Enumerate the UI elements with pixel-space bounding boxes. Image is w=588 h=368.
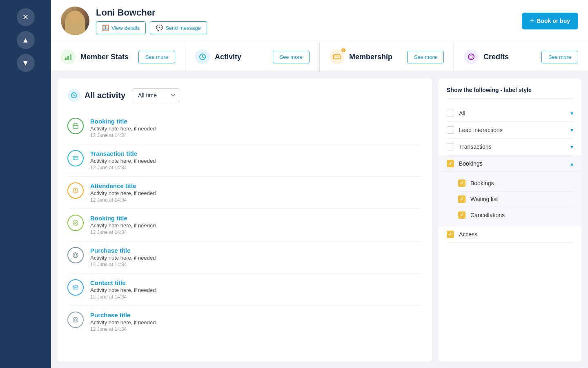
svg-point-5 — [468, 54, 474, 60]
filter-item-bookings[interactable]: Bookings ▴ — [439, 155, 581, 172]
filter-item-lead-interactions[interactable]: Lead interactions ▾ — [447, 122, 573, 139]
checkbox-bookings[interactable] — [447, 160, 454, 167]
svg-rect-14 — [73, 286, 78, 289]
content-area: All activity All time This week This mon… — [51, 72, 588, 368]
avatar — [61, 7, 89, 35]
activity-item: Booking title Activity note here, if nee… — [67, 112, 422, 144]
user-info: Loni Bowcher 🪟 View details 💬 Send messa… — [96, 7, 207, 34]
checkbox-cancellations[interactable] — [458, 211, 466, 219]
chevron-down-icon: ▾ — [570, 127, 573, 133]
send-message-icon: 💬 — [156, 25, 163, 31]
svg-rect-8 — [73, 124, 78, 128]
credits-see-more-button[interactable]: See more — [541, 51, 578, 63]
chevron-down-icon: ▼ — [22, 59, 29, 67]
activity-item: Booking title Activity note here, if nee… — [67, 209, 422, 241]
tab-membership-left: 0 Membership — [330, 49, 392, 64]
svg-rect-1 — [67, 56, 69, 60]
purchase-icon — [67, 247, 84, 263]
activity-see-more-button[interactable]: See more — [273, 51, 310, 63]
scroll-up-button[interactable]: ▲ — [17, 31, 35, 49]
transaction-icon — [67, 150, 84, 166]
credits-icon — [464, 49, 479, 64]
close-icon: ✕ — [22, 13, 29, 22]
checkbox-transactions[interactable] — [447, 143, 454, 150]
filter-sub-item-bookings[interactable]: Bookings — [458, 175, 573, 191]
user-name: Loni Bowcher — [96, 7, 207, 18]
checkbox-access[interactable] — [447, 231, 454, 238]
activity-text: Booking title Activity note here, if nee… — [90, 215, 156, 235]
activity-item: Transaction title Activity note here, if… — [67, 144, 422, 177]
checkbox-bookings-sub[interactable] — [458, 180, 466, 187]
avatar-image — [61, 7, 89, 35]
checkbox-all[interactable] — [447, 110, 454, 117]
activity-item: Contact title Activity note here, if nee… — [67, 274, 422, 306]
book-or-buy-button[interactable]: + Book or buy — [522, 13, 578, 29]
activity-text: Transaction title Activity note here, if… — [90, 150, 156, 171]
svg-rect-4 — [334, 55, 340, 59]
tab-credits-left: Credits — [464, 49, 509, 64]
view-details-button[interactable]: 🪟 View details — [96, 21, 146, 34]
filter-panel-title: Show the following - label style — [447, 87, 573, 99]
filter-sub-item-cancellations[interactable]: Cancellations — [458, 207, 573, 223]
filter-item-access[interactable]: Access — [447, 226, 573, 243]
plus-icon: + — [530, 17, 535, 25]
activity-item: Attendance title Activity note here, if … — [67, 177, 422, 209]
tab-activity-left: Activity — [195, 49, 241, 64]
svg-rect-2 — [70, 54, 71, 60]
activity-list: Booking title Activity note here, if nee… — [67, 112, 422, 338]
chevron-up-icon: ▴ — [570, 160, 573, 167]
membership-badge: 0 — [341, 48, 346, 53]
tab-credits[interactable]: Credits See more — [454, 42, 588, 72]
activity-header: All activity All time This week This mon… — [67, 88, 422, 102]
scroll-down-button[interactable]: ▼ — [17, 54, 35, 72]
membership-icon: 0 — [330, 49, 344, 64]
chevron-down-icon: ▾ — [570, 110, 573, 117]
clock-icon — [195, 49, 210, 64]
activity-panel: All activity All time This week This mon… — [58, 79, 432, 361]
tab-member-stats-left: Member Stats — [61, 49, 129, 64]
svg-rect-0 — [65, 58, 67, 60]
activity-text: Purchase title Activity note here, if ne… — [90, 312, 156, 332]
filter-item-all[interactable]: All ▾ — [447, 105, 573, 122]
header: Loni Bowcher 🪟 View details 💬 Send messa… — [51, 0, 588, 42]
activity-text: Purchase title Activity note here, if ne… — [90, 247, 156, 267]
close-button[interactable]: ✕ — [17, 8, 35, 26]
membership-see-more-button[interactable]: See more — [407, 51, 444, 63]
filter-item-transactions[interactable]: Transactions ▾ — [447, 139, 573, 155]
filter-sub-item-waiting-list[interactable]: Waiting list — [458, 191, 573, 207]
svg-point-6 — [470, 55, 473, 58]
attendance-icon — [67, 182, 84, 199]
activity-clock-icon — [67, 89, 80, 102]
activity-item: Purchase title Activity note here, if ne… — [67, 241, 422, 274]
header-left: Loni Bowcher 🪟 View details 💬 Send messa… — [61, 7, 207, 35]
checkbox-waiting-list[interactable] — [458, 195, 466, 203]
bar-chart-icon — [61, 49, 76, 64]
time-filter-select[interactable]: All time This week This month Last month… — [132, 88, 180, 102]
purchase2-icon — [67, 312, 84, 328]
activity-title: All activity — [67, 89, 125, 102]
tab-member-stats[interactable]: Member Stats See more — [51, 42, 185, 72]
svg-rect-10 — [74, 159, 75, 160]
header-actions: 🪟 View details 💬 Send message — [96, 21, 207, 34]
filter-panel: Show the following - label style All ▾ L… — [439, 79, 581, 361]
send-message-button[interactable]: 💬 Send message — [150, 21, 207, 34]
chevron-up-icon: ▲ — [22, 36, 29, 45]
bookings-sub-section: Bookings Waiting list Cancellations — [439, 172, 581, 226]
activity-text: Attendance title Activity note here, if … — [90, 182, 156, 203]
booking-check-icon — [67, 215, 84, 231]
chevron-down-icon: ▾ — [570, 144, 573, 150]
activity-item: Purchase title Activity note here, if ne… — [67, 306, 422, 338]
booking-icon — [67, 118, 84, 134]
checkbox-lead-interactions[interactable] — [447, 126, 454, 134]
view-details-icon: 🪟 — [102, 25, 109, 31]
tab-activity[interactable]: Activity See more — [185, 42, 320, 72]
stats-tabs: Member Stats See more Activity See more — [51, 42, 588, 72]
member-stats-see-more-button[interactable]: See more — [138, 51, 175, 63]
main-content: Loni Bowcher 🪟 View details 💬 Send messa… — [51, 0, 588, 368]
activity-text: Booking title Activity note here, if nee… — [90, 118, 156, 138]
sidebar: ✕ ▲ ▼ — [0, 0, 51, 368]
tab-membership[interactable]: 0 Membership See more — [320, 42, 454, 72]
activity-text: Contact title Activity note here, if nee… — [90, 279, 156, 300]
contact-icon — [67, 279, 84, 296]
